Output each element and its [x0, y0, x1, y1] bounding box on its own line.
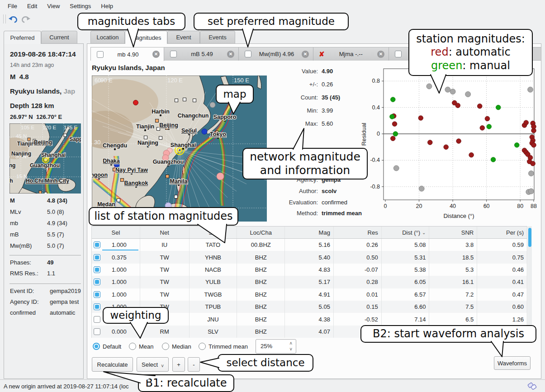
column-header-snr[interactable]: SNR	[429, 227, 477, 238]
cell-net: TW	[140, 251, 190, 263]
station-residual-point-automatic[interactable]	[531, 143, 536, 148]
station-residual-point-unused[interactable]	[450, 89, 455, 94]
tab-preferred[interactable]: Preferred	[4, 31, 41, 44]
tab-location[interactable]: Location	[90, 31, 125, 43]
tab-current[interactable]: Current	[41, 31, 77, 43]
close-icon[interactable]: ✕	[227, 51, 234, 58]
magnitude-list-item[interactable]: MLv5.0 (8)	[10, 208, 21, 215]
tab-magnitudes[interactable]: Magnitudes	[125, 31, 167, 44]
station-enabled-checkbox[interactable]	[94, 303, 100, 310]
magtab-mjma-[interactable]: ✘Mjma -.--✕	[313, 47, 389, 61]
station-residual-point-unused[interactable]	[393, 165, 399, 171]
magtab-mb-5-49[interactable]: mB 5.49✕	[164, 47, 239, 61]
station-row-yhnb[interactable]: 0.375TWYHNBBHZ5.400.505.3118.50.75	[92, 251, 527, 263]
preferred-magnitude-checkbox[interactable]	[170, 51, 177, 57]
column-header-mag[interactable]: Mag	[285, 227, 334, 238]
toolbar-grip[interactable]	[3, 14, 6, 24]
station-residual-point-manual[interactable]	[487, 124, 492, 129]
station-row-tato[interactable]: 1.000IUTATO00.BHZ5.160.265.083.80.59	[92, 239, 527, 251]
station-residual-point-unused[interactable]	[528, 171, 534, 176]
station-enabled-checkbox[interactable]	[94, 266, 100, 273]
menu-help[interactable]: Help	[96, 1, 118, 11]
station-row-nacb[interactable]: 1.000TWNACBBHZ4.83-0.075.385.30.46	[92, 264, 527, 276]
station-residual-point-automatic[interactable]	[531, 161, 536, 166]
station-enabled-checkbox[interactable]	[94, 291, 100, 298]
station-residual-point-automatic[interactable]	[390, 136, 395, 141]
menu-edit[interactable]: Edit	[22, 1, 42, 11]
station-residual-point-unused[interactable]	[445, 87, 450, 92]
station-residual-point-automatic[interactable]	[455, 103, 460, 108]
station-residual-point-automatic[interactable]	[427, 140, 432, 145]
station-enabled-checkbox[interactable]	[94, 316, 100, 323]
station-residual-point-unused[interactable]	[419, 186, 424, 191]
station-row-yulb[interactable]: 1.000TWYULBBHZ5.170.286.0516.10.41	[92, 276, 527, 288]
menu-file[interactable]: File	[3, 1, 22, 11]
weighting-radio-median[interactable]: Median	[162, 343, 191, 350]
station-residual-point-automatic[interactable]	[524, 120, 529, 125]
column-header-loccha[interactable]: Loc/Cha	[237, 227, 285, 238]
column-header-pers[interactable]: Per (s)	[477, 227, 527, 238]
select-dropdown-button[interactable]: Select ˅	[137, 357, 169, 372]
station-residual-point-manual[interactable]	[496, 105, 501, 110]
station-residual-point-automatic[interactable]	[480, 126, 485, 131]
station-residual-point-unused[interactable]	[528, 189, 534, 194]
column-header-sel[interactable]: Sel	[92, 227, 140, 238]
column-header-net[interactable]: Net	[140, 227, 190, 238]
tab-events[interactable]: Events	[200, 31, 235, 43]
menu-view[interactable]: View	[42, 1, 65, 11]
station-residual-point-manual[interactable]	[390, 97, 395, 102]
residual-plot[interactable]: 0.80.40-0.4-0.802040608088ResidualDistan…	[360, 63, 541, 225]
column-header-dist[interactable]: Dist (°)⌄	[382, 227, 430, 238]
undo-button[interactable]	[7, 13, 19, 25]
preferred-magnitude-checkbox[interactable]	[97, 51, 104, 58]
station-residual-point-automatic[interactable]	[477, 104, 482, 109]
station-residual-point-automatic[interactable]	[531, 124, 536, 129]
close-icon[interactable]: ✕	[377, 51, 384, 58]
redo-button[interactable]	[20, 13, 32, 25]
station-residual-point-automatic[interactable]	[444, 145, 449, 150]
station-enabled-checkbox[interactable]	[94, 279, 100, 285]
recalculate-button[interactable]: Recalculate	[92, 357, 133, 372]
svg-text:135 E: 135 E	[64, 125, 77, 130]
station-residual-point-unused[interactable]	[465, 91, 471, 97]
station-residual-point-unused[interactable]	[427, 84, 432, 89]
station-residual-point-manual[interactable]	[390, 114, 395, 119]
magtab-mw-mb-4-96[interactable]: Mw(mB) 4.96✕	[239, 47, 313, 61]
station-residual-point-unused[interactable]	[528, 87, 533, 92]
station-residual-point-manual[interactable]	[491, 157, 496, 162]
station-residual-point-manual[interactable]	[514, 143, 519, 148]
magnitude-list-item[interactable]: mB5.5 (7)	[10, 231, 19, 238]
station-residual-point-automatic[interactable]	[456, 139, 461, 144]
magnitude-list-item[interactable]: Mw(mB)5.0 (7)	[10, 242, 32, 249]
magnitude-list-item[interactable]: mb4.9 (34)	[10, 220, 18, 227]
menu-settings[interactable]: Settings	[65, 1, 96, 11]
tab-event[interactable]: Event	[167, 31, 200, 43]
magtab-mb-4-90[interactable]: mb 4.90✕	[91, 47, 164, 61]
magnitude-list-item[interactable]: M4.8 (34)	[10, 197, 15, 204]
weighting-radio-default[interactable]: Default	[93, 343, 121, 350]
column-header-res[interactable]: Res	[334, 227, 382, 238]
weighting-radio-mean[interactable]: Mean	[129, 343, 154, 350]
decrease-distance-button[interactable]: -	[188, 357, 200, 372]
column-header-sta[interactable]: Sta	[190, 227, 237, 238]
station-row-twgb[interactable]: 1.000TWTWGBBHZ4.910.016.577.20.47	[92, 288, 527, 301]
station-residual-point-automatic[interactable]	[392, 122, 397, 127]
table-scrollbar-thumb[interactable]	[528, 228, 531, 247]
station-enabled-checkbox[interactable]	[94, 328, 100, 335]
preferred-magnitude-checkbox[interactable]	[395, 51, 402, 57]
station-residual-point-automatic[interactable]	[418, 116, 423, 121]
preferred-magnitude-checkbox[interactable]	[245, 51, 251, 57]
trim-percent-spinner[interactable]: 25% ˄˅	[256, 339, 296, 354]
close-icon[interactable]: ✕	[302, 51, 309, 58]
increase-distance-button[interactable]: +	[172, 357, 185, 372]
weighting-radio-trimmed-mean[interactable]: Trimmed mean	[199, 343, 248, 350]
station-enabled-checkbox[interactable]	[94, 254, 100, 261]
waveforms-button[interactable]: Waveforms	[494, 356, 531, 370]
station-residual-point-automatic[interactable]	[485, 116, 490, 121]
station-enabled-checkbox[interactable]	[94, 241, 100, 248]
spinner-arrows[interactable]: ˄˅	[289, 340, 292, 352]
table-scrollbar[interactable]	[528, 226, 532, 338]
station-residual-point-automatic[interactable]	[469, 152, 474, 157]
close-icon[interactable]: ✕	[152, 51, 160, 58]
station-residual-point-manual[interactable]	[393, 132, 398, 137]
